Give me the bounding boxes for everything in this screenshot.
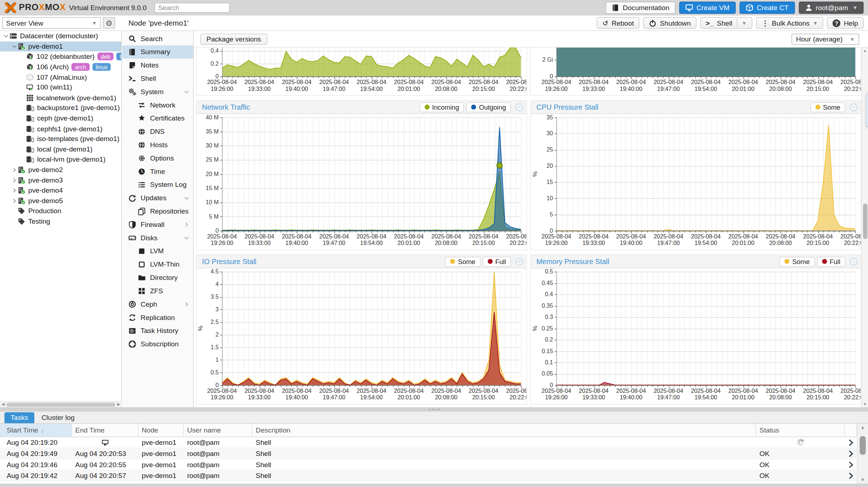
tree-item-testing[interactable]: Testing [0,216,121,227]
help-button[interactable]: ?Help [827,17,864,29]
documentation-button[interactable]: Documentation [606,2,675,14]
tree-item-iso-templates-pve-demo1[interactable]: iso-templates (pve-demo1) [0,134,121,144]
legend-some-button[interactable]: Some [445,256,480,267]
create-vm-button[interactable]: Create VM [679,2,736,14]
legend-incoming-button[interactable]: Incoming [419,102,464,112]
menu-item-search[interactable]: Search [122,32,193,45]
menu-item-certificates[interactable]: Certificates [122,112,193,125]
menu-item-disks[interactable]: Disks [122,231,193,245]
create-ct-button[interactable]: Create CT [740,2,795,14]
panel-tool-icon[interactable]: − [515,103,523,111]
menu-item-zfs[interactable]: ZFS [122,284,193,298]
menu-item-network[interactable]: Network [122,98,193,112]
scroll-up-icon[interactable]: ▲ [858,425,868,430]
network-traffic-plot[interactable]: 05 M10 M15 M20 M25 M30 M35 M40 M2025-08-… [196,114,526,250]
column-header-status[interactable]: Status [756,424,845,436]
cpu-pressure-plot[interactable]: 051015202530352025-08-0419:26:002025-08-… [531,114,861,250]
menu-item-repositories[interactable]: Repositories [122,205,193,218]
scrollbar-thumb[interactable] [863,203,867,239]
tree-item-pve-demo5[interactable]: pve-demo5 [0,196,121,206]
menu-item-lvm-thin[interactable]: LVM-Thin [122,258,193,271]
tree-item-pve-demo1[interactable]: pve-demo1 [0,41,121,52]
menu-item-directory[interactable]: Directory [122,271,193,285]
tree-item-pve-demo4[interactable]: pve-demo4 [0,185,121,196]
shutdown-button[interactable]: Shutdown [644,17,697,29]
scroll-down-icon[interactable]: ▼ [862,402,868,406]
menu-item-subscription[interactable]: Subscription [122,338,193,351]
caret-down-icon[interactable] [10,44,18,49]
menu-item-updates[interactable]: Updates [122,192,193,205]
caret-right-icon[interactable] [10,167,18,172]
menu-item-notes[interactable]: Notes [122,59,193,72]
legend-outgoing-button[interactable]: Outgoing [466,102,511,112]
tree-item-ceph-pve-demo1[interactable]: ceph (pve-demo1) [0,113,121,124]
panel-splitter[interactable] [0,407,868,412]
package-versions-button[interactable]: Package versions [200,34,267,45]
menu-item-task-history[interactable]: Task History [122,324,193,338]
menu-item-dns[interactable]: DNS [122,125,193,139]
legend-some-button[interactable]: Some [780,256,815,267]
scrollbar-thumb[interactable] [860,436,866,455]
scroll-up-icon[interactable]: ▲ [862,49,868,53]
menu-item-time[interactable]: Time [122,165,193,178]
menu-item-summary[interactable]: Summary [122,45,193,59]
menu-item-ceph[interactable]: Ceph [122,298,193,311]
shell-button[interactable]: >_Shell▼ [700,17,752,29]
menu-item-shell[interactable]: Shell [122,72,193,85]
tree-item-pve-demo2[interactable]: pve-demo2 [0,165,121,175]
task-expand[interactable] [845,459,857,470]
menu-item-system-log[interactable]: System Log [122,178,193,192]
scrollbar-thumb[interactable] [6,403,115,407]
legend-full-button[interactable]: Full [483,256,511,267]
server-load-plot[interactable]: 00.20.42025-08-0419:26:002025-08-0419:33… [196,48,526,95]
tree-item-106-arch[interactable]: 106 (Arch)archlinux [0,62,121,72]
column-header-description[interactable]: Description [252,424,756,436]
search-input[interactable] [154,3,230,13]
task-expand[interactable] [845,470,857,481]
tree-item-local-lvm-pve-demo1[interactable]: local-lvm (pve-demo1) [0,154,121,165]
panel-tool-icon[interactable]: − [515,258,523,265]
task-expand[interactable] [845,448,857,459]
legend-some-button[interactable]: Some [810,102,845,112]
column-header-user-name[interactable]: User name [184,424,252,436]
panel-tool-icon[interactable]: − [850,258,857,265]
caret-down-icon[interactable] [2,33,9,39]
tree-item-pve-demo3[interactable]: pve-demo3 [0,175,121,185]
tree-horizontal-scrollbar[interactable]: ◀ ▶ [0,401,122,407]
tree-item-100-win11[interactable]: 100 (win11) [0,82,121,93]
task-row[interactable]: Aug 04 20:19:20pve-demo1root@pamShell [0,437,868,448]
task-row[interactable]: Aug 04 20:19:49Aug 04 20:20:53pve-demo1r… [0,448,868,459]
menu-item-hosts[interactable]: Hosts [122,138,193,152]
tree-item-datacenter-democluster[interactable]: Datacenter (democluster) [0,31,121,41]
view-selector[interactable]: Server View▼ [2,17,101,29]
tree-item-production[interactable]: Production [0,206,121,216]
tab-tasks[interactable]: Tasks [4,412,34,424]
scroll-left-icon[interactable]: ◀ [0,402,6,407]
user-menu-button[interactable]: root@pam▼ [799,2,864,14]
io-pressure-plot[interactable]: 00.511.522.533.544.52025-08-0419:26:0020… [196,268,526,404]
menu-item-lvm[interactable]: LVM [122,245,193,258]
timeframe-select[interactable]: Hour (average)▼ [791,34,859,45]
tree-item-107-almalinux[interactable]: 107 (AlmaLinux) [0,72,121,83]
memory-usage-plot[interactable]: 02 Gi2025-08-0419:26:002025-08-0419:33:0… [531,48,861,95]
tree-item-102-debianbuster[interactable]: 102 (debianbuster)deblinux [0,52,121,62]
column-header-start-time[interactable]: Start Time↓ [0,424,72,436]
menu-item-options[interactable]: Options [122,152,193,165]
tree-item-local-pve-demo1[interactable]: local (pve-demo1) [0,144,121,155]
tab-cluster-log[interactable]: Cluster log [35,412,80,424]
tree-item-cephfs1-pve-demo1[interactable]: cephfs1 (pve-demo1) [0,124,121,134]
column-header-node[interactable]: Node [138,424,184,436]
menu-item-system[interactable]: System [122,85,193,98]
tasks-scrollbar[interactable]: ▲ ▼ [857,424,868,484]
panel-tool-icon[interactable]: − [850,103,857,111]
column-header-end-time[interactable]: End Time [72,424,138,436]
bulk-actions-button[interactable]: ⋮Bulk Actions▼ [756,17,823,29]
caret-right-icon[interactable] [10,188,18,193]
task-row[interactable]: Aug 04 20:19:46Aug 04 20:20:55pve-demo1r… [0,459,868,470]
task-expand[interactable] [845,437,857,448]
reboot-button[interactable]: ↺Reboot [597,17,640,29]
legend-full-button[interactable]: Full [817,256,845,267]
task-row[interactable]: Aug 04 20:19:42Aug 04 20:20:57pve-demo1r… [0,470,868,482]
menu-item-firewall[interactable]: Firewall [122,218,193,231]
caret-right-icon[interactable] [10,198,18,203]
